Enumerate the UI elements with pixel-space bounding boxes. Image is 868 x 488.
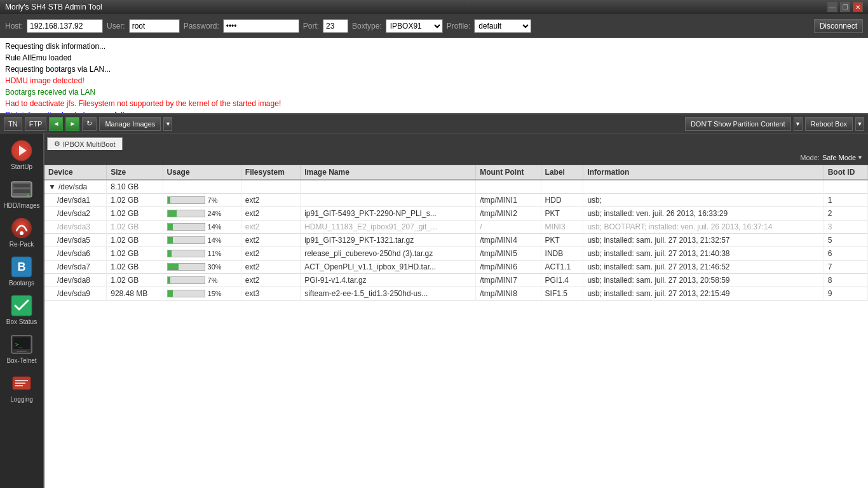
sidebar-item-box-telnet[interactable]: >_ Box-Telnet bbox=[1, 330, 42, 367]
cell-device: /dev/sda3 bbox=[44, 220, 107, 234]
cell-size: 1.02 GB bbox=[107, 261, 163, 274]
tab-ipbox-multiboot[interactable]: ⚙ IPBOX MultiBoot bbox=[47, 137, 123, 150]
cell-mountpoint: /tmp/MINI4 bbox=[476, 234, 541, 247]
cell-mountpoint: /tmp/MINI8 bbox=[476, 287, 541, 301]
partition-table: Device Size Usage Filesystem Image Name … bbox=[44, 165, 868, 488]
table-row[interactable]: /dev/sda3 1.02 GB 14% ext2 HDMU_11183_E2… bbox=[44, 220, 868, 234]
sidebar-item-repack[interactable]: Re-Pack bbox=[1, 214, 42, 251]
cell-size: 1.02 GB bbox=[107, 274, 163, 287]
host-input[interactable] bbox=[27, 19, 103, 33]
table-row[interactable]: /dev/sda6 1.02 GB 11% ext2 release_pli_c… bbox=[44, 247, 868, 261]
profile-select[interactable]: default bbox=[474, 19, 531, 33]
cell-information: usb; installed: sam. juil. 27 2013, 21:4… bbox=[583, 261, 824, 274]
cell-usage: 7% bbox=[163, 194, 241, 207]
table-row[interactable]: /dev/sda7 1.02 GB 30% ext2 ACT_OpenPLI_v… bbox=[44, 261, 868, 274]
cell-filesystem: ext2 bbox=[241, 207, 300, 220]
table-row[interactable]: /dev/sda8 1.02 GB 7% ext2 PGI-91-v1.4.ta… bbox=[44, 274, 868, 287]
user-input[interactable] bbox=[129, 19, 180, 33]
cell-label: MINI3 bbox=[541, 220, 583, 234]
forward-button[interactable]: ► bbox=[65, 117, 79, 131]
cell-bootid: 6 bbox=[824, 247, 867, 261]
sidebar-item-logging[interactable]: Logging bbox=[1, 369, 42, 406]
manage-images-button[interactable]: Manage Images bbox=[99, 117, 161, 131]
svg-text:B: B bbox=[18, 261, 26, 273]
tn-button[interactable]: TN bbox=[4, 117, 22, 131]
cell-information: usb; installed: sam. juil. 27 2013, 20:5… bbox=[583, 274, 824, 287]
cell-information: usb; installed: sam. juil. 27 2013, 21:4… bbox=[583, 247, 824, 261]
log-line-1: Requesting disk information... bbox=[5, 41, 863, 52]
sidebar-item-box-status[interactable]: Box Status bbox=[1, 291, 42, 329]
cell-label: INDB bbox=[541, 247, 583, 261]
cell-imagename: sifteam-e2-ee-1.5_tid1.3-250hd-us... bbox=[301, 287, 476, 301]
col-usage: Usage bbox=[163, 165, 241, 180]
dont-show-partition-button[interactable]: DON'T Show Partition Content bbox=[685, 117, 791, 131]
close-button[interactable]: ✕ bbox=[853, 2, 863, 12]
mode-dropdown-arrow[interactable]: ▼ bbox=[857, 154, 863, 161]
table-row[interactable]: /dev/sda9 928.48 MB 15% ext3 sifteam-e2-… bbox=[44, 287, 868, 301]
reboot-button[interactable]: Reboot Box bbox=[805, 117, 853, 131]
cell-label: PGI1.4 bbox=[541, 274, 583, 287]
svg-point-7 bbox=[20, 231, 24, 235]
table-row[interactable]: /dev/sda1 1.02 GB 7% ext2 /tmp/MINI1 HDD… bbox=[44, 194, 868, 207]
ftp-button[interactable]: FTP bbox=[25, 117, 47, 131]
cell-mountpoint: /tmp/MINI1 bbox=[476, 194, 541, 207]
col-size: Size bbox=[107, 165, 163, 180]
cell-information: usb; bbox=[583, 194, 824, 207]
table-header-row: Device Size Usage Filesystem Image Name … bbox=[44, 165, 868, 180]
cell-size: 928.48 MB bbox=[107, 287, 163, 301]
cell-size: 1.02 GB bbox=[107, 247, 163, 261]
port-input[interactable] bbox=[323, 19, 348, 33]
refresh-button[interactable]: ↻ bbox=[82, 117, 97, 131]
log-area: Requesting disk information... Rule AllE… bbox=[0, 38, 868, 114]
cell-size: 1.02 GB bbox=[107, 234, 163, 247]
cell-label: ACT1.1 bbox=[541, 261, 583, 274]
app-title: Morly's SH4 STB Admin Tool bbox=[5, 3, 102, 11]
sidebar-item-bootargs[interactable]: B Bootargs bbox=[1, 252, 42, 290]
sidebar-item-hdd-images[interactable]: HDD/Images bbox=[1, 175, 42, 212]
repack-icon bbox=[10, 217, 33, 240]
reboot-dropdown-arrow[interactable]: ▼ bbox=[855, 117, 864, 131]
port-label: Port: bbox=[303, 22, 319, 30]
table-row[interactable]: /dev/sda5 1.02 GB 14% ext2 ip91_GIT-3129… bbox=[44, 234, 868, 247]
cell-imagename: ACT_OpenPLI_v1.1_ipbox_91HD.tar... bbox=[301, 261, 476, 274]
cell-usage: 15% bbox=[163, 287, 241, 301]
table-row[interactable]: /dev/sda2 1.02 GB 24% ext2 ip91_GIT-5493… bbox=[44, 207, 868, 220]
cell-imagename: ip91_GIT-3129_PKT-1321.tar.gz bbox=[301, 234, 476, 247]
hdd-icon bbox=[10, 178, 33, 201]
logging-icon bbox=[10, 372, 33, 395]
col-label: Label bbox=[541, 165, 583, 180]
content-area: ⚙ IPBOX MultiBoot Mode: Safe Mode ▼ Devi… bbox=[44, 133, 868, 488]
cell-device: /dev/sda2 bbox=[44, 207, 107, 220]
tab-bar: ⚙ IPBOX MultiBoot bbox=[44, 133, 868, 150]
svg-point-5 bbox=[27, 194, 29, 197]
maximize-button[interactable]: ❐ bbox=[840, 2, 850, 12]
sidebar-label-box-status: Box Status bbox=[6, 318, 37, 325]
boxtype-select[interactable]: IPBOX91 bbox=[386, 19, 443, 33]
tree-collapse-icon[interactable]: ▼ bbox=[48, 182, 56, 191]
mode-bar: Mode: Safe Mode ▼ bbox=[44, 150, 868, 165]
back-button[interactable]: ◄ bbox=[49, 117, 63, 131]
cell-label: SIF1.5 bbox=[541, 287, 583, 301]
dont-show-dropdown-arrow[interactable]: ▼ bbox=[794, 117, 803, 131]
cell-mountpoint: / bbox=[476, 220, 541, 234]
password-label: Password: bbox=[184, 22, 219, 30]
manage-images-dropdown-arrow[interactable]: ▼ bbox=[163, 117, 172, 131]
minimize-button[interactable]: — bbox=[827, 2, 837, 12]
cell-mountpoint: /tmp/MINI6 bbox=[476, 261, 541, 274]
cell-filesystem: ext3 bbox=[241, 287, 300, 301]
table-row-root[interactable]: ▼/dev/sda 8.10 GB bbox=[44, 180, 868, 194]
cell-bootid: 9 bbox=[824, 287, 867, 301]
startup-icon bbox=[10, 139, 33, 162]
cell-label: PKT bbox=[541, 234, 583, 247]
root-size: 8.10 GB bbox=[107, 180, 163, 194]
titlebar: Morly's SH4 STB Admin Tool — ❐ ✕ bbox=[0, 0, 868, 14]
cell-usage: 7% bbox=[163, 274, 241, 287]
sidebar-label-logging: Logging bbox=[10, 396, 33, 403]
disconnect-button[interactable]: Disconnect bbox=[814, 19, 863, 33]
cell-device: /dev/sda8 bbox=[44, 274, 107, 287]
sidebar-item-startup[interactable]: StartUp bbox=[1, 136, 42, 173]
col-bootid: Boot ID bbox=[824, 165, 867, 180]
cell-size: 1.02 GB bbox=[107, 220, 163, 234]
password-input[interactable] bbox=[223, 19, 299, 33]
sidebar-label-bootargs: Bootargs bbox=[9, 280, 34, 287]
